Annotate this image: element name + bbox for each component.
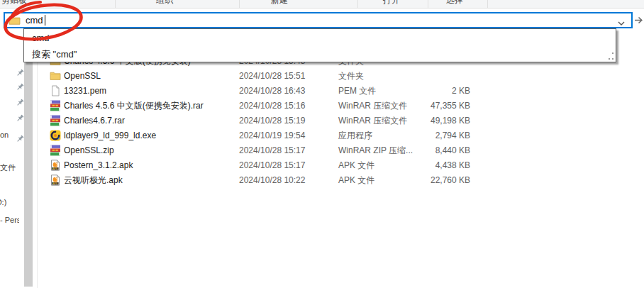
svg-text:APK: APK (53, 182, 59, 185)
pane-divider (37, 62, 38, 288)
autocomplete-item-cmd[interactable]: cmd (24, 31, 616, 46)
apk-icon: APK (50, 160, 61, 171)
ribbon-group-organize: 组织 (156, 0, 173, 5)
winrar-icon (50, 115, 61, 126)
resize-grip-icon[interactable] (606, 52, 614, 60)
file-name: 云视听极光.apk (64, 173, 123, 188)
explorer-window: 剪贴板 组织 新建 打开 选择 cmd cmd 搜索 "cmd" on 读写文件… (0, 0, 644, 288)
ribbon-separator (428, 0, 428, 9)
file-size: 8,440 KB (395, 143, 470, 158)
file-name: 13231.pem (64, 84, 106, 99)
file-row[interactable]: APK Postern_3.1.2.apk 2024/10/28 15:17 A… (40, 158, 501, 173)
file-size: 49,198 KB (395, 113, 470, 128)
sidebar-item-fragment[interactable]: - Perso (0, 216, 19, 224)
file-date-modified: 2024/10/19 19:54 (239, 128, 305, 143)
file-type: APK 文件 (338, 173, 374, 188)
file-type: 文件夹 (338, 69, 364, 84)
pushpin-icon[interactable] (16, 82, 24, 90)
address-autocomplete-dropdown: cmd 搜索 "cmd" (23, 28, 616, 62)
file-row[interactable]: APK 云视听极光.apk 2024/10/28 10:22 APK 文件 22… (40, 173, 501, 188)
ribbon-group-select: 选择 (446, 0, 463, 5)
file-date-modified: 2024/10/28 15:17 (239, 143, 305, 158)
file-row[interactable]: Charles 4.5.6 中文版(便携免安装).rar 2024/10/28 … (40, 99, 501, 113)
ribbon-bar: 剪贴板 组织 新建 打开 选择 (0, 0, 644, 9)
file-date-modified: 2024/10/28 15:51 (239, 69, 305, 84)
go-button[interactable] (633, 12, 644, 28)
address-bar-value: cmd (26, 15, 43, 26)
sidebar-item-fragment[interactable]: 读写文件 (0, 162, 16, 173)
ribbon-group-open: 打开 (383, 0, 400, 5)
ribbon-separator (115, 0, 116, 9)
autocomplete-item-search-cmd[interactable]: 搜索 "cmd" (24, 47, 616, 62)
nav-pane-scrollbar[interactable] (24, 62, 33, 287)
ldplayer-icon (50, 130, 61, 141)
pushpin-icon[interactable] (16, 133, 24, 142)
file-row[interactable]: OpenSSL 2024/10/28 15:51 文件夹 (40, 69, 501, 84)
folder-icon (9, 14, 21, 29)
file-type: 应用程序 (338, 128, 372, 143)
file-size: 22,760 KB (395, 173, 470, 188)
ribbon-separator (357, 0, 358, 9)
file-size: 4,438 KB (395, 158, 470, 173)
right-arrow-icon (634, 16, 643, 24)
file-row[interactable]: Charles4.6.7.rar 2024/10/28 15:19 WinRAR… (40, 113, 501, 128)
file-size: 47,355 KB (395, 99, 470, 113)
file-name: ldplayer9_ld_999_ld.exe (64, 128, 156, 143)
file-type: APK 文件 (338, 158, 374, 173)
pem-icon (50, 85, 61, 96)
file-row[interactable]: ldplayer9_ld_999_ld.exe 2024/10/19 19:54… (40, 128, 501, 143)
folder-icon (50, 70, 61, 82)
ribbon-separator (239, 0, 240, 9)
ribbon-separator (487, 0, 488, 9)
file-name: OpenSSL (64, 69, 101, 84)
pushpin-icon[interactable] (16, 97, 24, 106)
text-caret (45, 15, 45, 26)
file-date-modified: 2024/10/28 10:22 (239, 173, 305, 188)
sidebar-item-fragment[interactable]: on (0, 131, 11, 139)
file-name: Postern_3.1.2.apk (64, 158, 133, 173)
svg-text:APK: APK (53, 167, 59, 170)
file-date-modified: 2024/10/28 15:19 (239, 113, 305, 128)
file-name: Charles4.6.7.rar (64, 113, 125, 128)
file-row[interactable]: 13231.pem 2024/10/28 16:43 PEM 文件 2 KB (40, 84, 501, 99)
file-date-modified: 2024/10/28 16:43 (239, 84, 305, 99)
pushpin-icon[interactable] (16, 113, 24, 121)
apk-icon: APK (50, 175, 61, 186)
file-date-modified: 2024/10/28 15:17 (239, 158, 305, 173)
pushpin-icon[interactable] (16, 67, 24, 76)
winrar-icon (50, 145, 61, 156)
file-row[interactable]: OpenSSL.zip 2024/10/28 15:17 WinRAR ZIP … (40, 143, 501, 158)
ribbon-group-new: 新建 (271, 0, 288, 5)
chevron-down-icon[interactable] (617, 17, 626, 24)
file-type: PEM 文件 (338, 84, 376, 99)
file-size: 2 KB (395, 84, 470, 99)
winrar-icon (50, 100, 61, 111)
file-size: 2,794 KB (395, 128, 470, 143)
file-name: OpenSSL.zip (64, 143, 114, 158)
ribbon-group-clipboard: 剪贴板 (1, 0, 27, 5)
file-name: Charles 4.5.6 中文版(便携免安装).rar (64, 99, 204, 113)
address-bar-input[interactable]: cmd (4, 12, 633, 28)
file-date-modified: 2024/10/28 15:16 (239, 99, 305, 113)
sidebar-item-fragment[interactable]: (D:) (0, 198, 9, 206)
